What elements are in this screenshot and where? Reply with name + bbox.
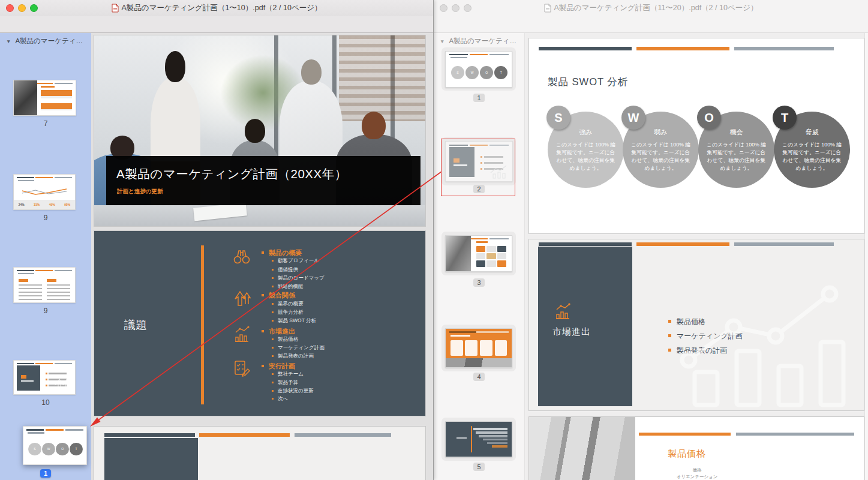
thumbnail-art: [446, 422, 512, 457]
zoom-window-button[interactable]: [464, 4, 471, 12]
agenda-title: 議題: [124, 317, 147, 333]
agenda-heading: 競合関係: [262, 291, 295, 300]
agenda-item: 製品 SWOT 分析: [272, 317, 316, 325]
swot-circle-opportunities: O 機会 このスライドは 100% 編集可能です。ニーズに合わせて、聴衆の注目を…: [698, 112, 774, 188]
agenda-item: 進捗状況の更新: [272, 388, 314, 395]
bar-chart-icon: [552, 302, 573, 321]
title-band: A製品のマーケティング計画（20XX年） 計画と進捗の更新: [106, 156, 421, 205]
pdf-page-agenda-slide: 議題 製品の概要 顧客プロフィール 価値提供 製品のロードマップ 戦略的機能 競…: [94, 230, 426, 416]
page-number: 9: [0, 214, 91, 222]
agenda-item: 顧客プロフィール: [272, 257, 319, 265]
document-view: 製品 SWOT 分析 S 強み このスライドは 100% 編集可能です。ニーズに…: [525, 33, 864, 480]
page-number: 10: [0, 398, 91, 407]
slide-side-panel: [104, 438, 198, 480]
close-button[interactable]: [440, 4, 447, 12]
agenda-item: 製品発表の計画: [272, 353, 314, 360]
page-thumbnail[interactable]: [445, 235, 512, 272]
agenda-item: 製品価格: [272, 336, 298, 343]
minimize-button[interactable]: [18, 4, 26, 12]
page-number: 1: [434, 92, 524, 103]
window-title: A製品のマーケティング計画（1〜10）.pdf（2 / 10ページ）: [42, 0, 391, 16]
mini-arrows-art: [53, 376, 71, 392]
close-button[interactable]: [6, 4, 14, 12]
swot-circle-weaknesses: W 弱み このスライドは 100% 編集可能です。ニーズに合わせて、聴衆の注目を…: [623, 112, 699, 188]
thumbnail-sidebar: ▼A製品のマーケティ… SW OT 1: [434, 33, 525, 480]
mini-column: [19, 279, 42, 298]
photo-ceiling-slats: [339, 35, 425, 121]
thumbnail-art: [446, 236, 512, 271]
swot-letter-badge: O: [697, 106, 721, 130]
preview-window-right: A製品のマーケティング計画（11〜20）.pdf（2 / 10ページ）: [434, 0, 868, 480]
pdf-page-market-slide: 市場進出 製品価格 マーケティング計画 製品発表の計画: [528, 239, 864, 411]
agenda-heading: 実行計画: [262, 362, 295, 371]
preview-window-left: A製品のマーケティング計画（1〜10）.pdf（2 / 10ページ）: [0, 0, 434, 480]
mini-tiles: [450, 340, 507, 356]
photo-table: [94, 205, 425, 226]
page-thumbnail[interactable]: [445, 328, 512, 368]
mini-stat-strip: 24% 31% 49% 95%: [14, 200, 75, 209]
dragged-page-thumbnail[interactable]: SW OT: [23, 426, 87, 465]
pdf-page-title-slide: A製品のマーケティング計画（20XX年） 計画と進捗の更新: [94, 35, 426, 227]
titlebar[interactable]: A製品のマーケティング計画（11〜20）.pdf（2 / 10ページ）: [434, 0, 868, 16]
swot-letter-badge: S: [546, 106, 570, 130]
toolbar: [434, 16, 868, 33]
minimize-button[interactable]: [452, 4, 459, 12]
disclosure-triangle-icon[interactable]: ▼: [440, 38, 444, 44]
swot-circle-body: このスライドは 100% 編集可能です。ニーズに合わせて、聴衆の注目を集めましょ…: [705, 141, 768, 172]
agenda-item: 価値提供: [272, 266, 298, 274]
page-number: 5: [434, 461, 524, 472]
price-subtext: オリエンテーション: [649, 474, 745, 480]
thumbnail-art: [14, 268, 75, 302]
agenda-heading: 製品の概要: [262, 248, 302, 257]
page-thumbnail[interactable]: [445, 421, 512, 457]
window-title: A製品のマーケティング計画（11〜20）.pdf（2 / 10ページ）: [476, 0, 826, 16]
vertical-scrollbar[interactable]: [864, 33, 868, 480]
page-thumbnail[interactable]: 24% 31% 49% 95%: [13, 174, 76, 210]
swot-title: 製品 SWOT 分析: [548, 76, 628, 89]
price-title: 製品価格: [668, 448, 706, 460]
thumbnail-art: [14, 80, 76, 115]
page-number: 4: [434, 371, 524, 382]
market-side-panel: 市場進出: [538, 247, 632, 406]
agenda-item: 製品のロードマップ: [272, 275, 325, 282]
mini-line-chart: [14, 186, 76, 199]
page-thumbnail[interactable]: [13, 80, 76, 116]
zoom-window-button[interactable]: [30, 4, 38, 12]
pdf-page-price-slide: 製品価格 価格 オリエンテーション: [528, 416, 864, 480]
drag-source-highlight-box: [441, 139, 515, 196]
agenda-heading: 市場進出: [262, 327, 295, 336]
titlebar[interactable]: A製品のマーケティング計画（1〜10）.pdf（2 / 10ページ）: [0, 0, 433, 16]
slide-top-bars: [539, 47, 854, 50]
stat-value: 24%: [19, 203, 25, 206]
sidebar-group-header[interactable]: ▼A製品のマーケティ…: [6, 37, 89, 46]
pdf-file-icon: [544, 4, 551, 13]
page-number: 3: [434, 277, 524, 287]
page-number: 9: [0, 307, 91, 315]
pdf-page-partial-slide: [94, 426, 426, 480]
page-thumbnail[interactable]: SW OT: [445, 51, 512, 88]
sidebar-group-header[interactable]: ▼A製品のマーケティ…: [440, 37, 522, 46]
swot-circle-threats: T 脅威 このスライドは 100% 編集可能です。ニーズに合わせて、聴衆の注目を…: [774, 112, 850, 188]
stat-value: 49%: [49, 203, 55, 206]
slide-top-bars: [539, 242, 854, 246]
swot-letter-badge: W: [621, 106, 645, 130]
sidebar-group-title: A製品のマーケティ…: [449, 37, 516, 44]
stat-value: 31%: [34, 203, 40, 206]
agenda-item: マーケティング計画: [272, 344, 325, 352]
growth-arrows-icon: [232, 289, 251, 308]
stat-value: 95%: [64, 203, 70, 206]
agenda-item: 戦略的機能: [272, 283, 304, 290]
disclosure-triangle-icon[interactable]: ▼: [6, 38, 11, 44]
thumbnail-art: SW OT: [446, 52, 512, 87]
window-title-text: A製品のマーケティング計画（11〜20）.pdf（2 / 10ページ）: [554, 3, 758, 13]
window-title-text: A製品のマーケティング計画（1〜10）.pdf（2 / 10ページ）: [122, 3, 322, 13]
agenda-item: 弊社チーム: [272, 371, 304, 378]
page-thumbnail[interactable]: [13, 267, 76, 303]
document-view: A製品のマーケティング計画（20XX年） 計画と進捗の更新 議題 製品の概要 顧…: [91, 33, 434, 480]
thumbnail-art: SW OT: [23, 427, 86, 464]
sidebar-group-title: A製品のマーケティ…: [15, 37, 83, 44]
thumbnail-art: [14, 361, 75, 394]
clipboard-pencil-icon: [232, 359, 251, 379]
page-thumbnail[interactable]: [13, 360, 76, 395]
swot-circle-body: このスライドは 100% 編集可能です。ニーズに合わせて、聴衆の注目を集めましょ…: [780, 141, 844, 172]
